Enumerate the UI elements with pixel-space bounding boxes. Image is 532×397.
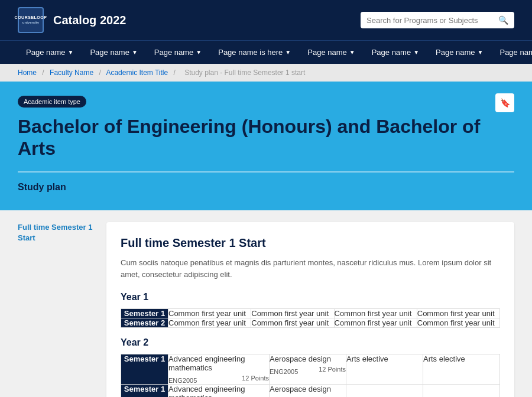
breadcrumb-separator: / — [42, 69, 44, 77]
page-title: Bachelor of Engineering (Honours) and Ba… — [18, 116, 514, 160]
breadcrumb: Home / Faculty Name / Academic Item Titl… — [0, 64, 532, 82]
breadcrumb-separator: / — [99, 69, 100, 77]
nav-item-5[interactable]: Page name ▼ — [299, 41, 363, 64]
year-2-table: Semester 1 Advanced engineering mathemat… — [121, 354, 500, 397]
unit-cell[interactable] — [423, 385, 500, 398]
unit-cell[interactable]: Common first year unit — [251, 318, 334, 328]
table-row: Semester 1 Common first year unit Common… — [121, 309, 500, 318]
unit-name: Arts elective — [346, 354, 423, 363]
unit-name: Aerospace design — [270, 354, 346, 363]
chevron-down-icon: ▼ — [68, 49, 74, 56]
unit-cell[interactable]: Advanced engineering mathematics ENG2005 — [168, 385, 270, 398]
unit-cell[interactable]: Common first year unit — [334, 318, 417, 328]
header: COURSELOOP university Catalog 2022 🔍 — [0, 0, 532, 40]
unit-cell[interactable]: Arts elective — [423, 354, 500, 385]
unit-cell[interactable]: Common first year unit — [417, 318, 499, 328]
unit-name: Advanced engineering mathematics — [168, 385, 269, 397]
unit-name: Common first year unit — [168, 318, 251, 327]
unit-name: Common first year unit — [251, 309, 333, 318]
hero-section: 🔖 Academic item type Bachelor of Enginee… — [0, 82, 532, 210]
unit-name: Common first year unit — [335, 318, 417, 327]
nav-item-2[interactable]: Page name ▼ — [82, 41, 145, 64]
logo: COURSELOOP university — [18, 7, 44, 33]
nav-item-4[interactable]: Page name is here ▼ — [210, 41, 299, 64]
semester-label: Semester 2 — [121, 318, 168, 328]
semester-label: Semester 1 — [121, 385, 168, 398]
nav-item-3[interactable]: Page name ▼ — [146, 41, 210, 64]
sidebar: Full time Semester 1 Start — [18, 222, 106, 397]
unit-name: Common first year unit — [335, 309, 417, 318]
bookmark-button[interactable]: 🔖 — [495, 93, 514, 112]
breadcrumb-item[interactable]: Academic Item Title — [106, 69, 168, 77]
logo-text: COURSELOOP university — [15, 15, 47, 25]
unit-points: 12 Points — [319, 366, 346, 375]
chevron-down-icon: ▼ — [478, 49, 484, 56]
table-row: Semester 1 Advanced engineering mathemat… — [121, 354, 500, 385]
unit-points: 12 Points — [242, 375, 269, 384]
study-plan-label: Study plan — [18, 171, 514, 193]
unit-name: Common first year unit — [417, 309, 499, 318]
table-row: Semester 1 Advanced engineering mathemat… — [121, 385, 500, 398]
breadcrumb-current: Study plan - Full time Semester 1 start — [184, 69, 305, 77]
breadcrumb-home[interactable]: Home — [18, 69, 37, 77]
breadcrumb-faculty[interactable]: Faculty Name — [50, 69, 93, 77]
unit-name: Common first year unit — [417, 318, 499, 327]
chevron-down-icon: ▼ — [132, 49, 138, 56]
unit-cell[interactable]: Arts elective — [346, 354, 423, 385]
unit-name: Advanced engineering mathematics — [168, 354, 269, 372]
unit-cell[interactable]: Aerospace design ENG2005 12 Points — [270, 385, 346, 398]
content-area: Full time Semester 1 Start Cum sociis na… — [106, 222, 514, 397]
unit-name: Common first year unit — [251, 318, 333, 327]
nav-item-1[interactable]: Page name ▼ — [18, 41, 82, 64]
unit-name: Aerospace design — [270, 385, 346, 393]
unit-cell[interactable]: Advanced engineering mathematics ENG2005… — [168, 354, 270, 385]
main-content: Full time Semester 1 Start Full time Sem… — [0, 210, 532, 397]
chevron-down-icon: ▼ — [349, 49, 355, 56]
unit-cell[interactable]: Common first year unit — [251, 309, 334, 318]
unit-cell[interactable]: Common first year unit — [334, 309, 417, 318]
search-container: 🔍 — [361, 12, 514, 28]
year-1-header: Year 1 — [121, 292, 500, 302]
semester-label: Semester 1 — [121, 309, 168, 318]
unit-cell[interactable]: Common first year unit — [417, 309, 499, 318]
content-desc: Cum sociis natoque penatibus et magnis d… — [121, 257, 500, 280]
chevron-down-icon: ▼ — [285, 49, 291, 56]
nav-item-6[interactable]: Page name ▼ — [364, 41, 427, 64]
unit-name: Arts elective — [423, 354, 499, 363]
sidebar-item-fulltime[interactable]: Full time Semester 1 Start — [18, 222, 95, 243]
logo-area: COURSELOOP university Catalog 2022 — [18, 7, 126, 33]
academic-badge: Academic item type — [18, 96, 86, 108]
unit-meta: ENG2005 12 Points — [270, 366, 346, 375]
nav-bar: Page name ▼ Page name ▼ Page name ▼ Page… — [0, 40, 532, 64]
chevron-down-icon: ▼ — [196, 49, 202, 56]
search-input[interactable] — [366, 16, 498, 25]
year-1-table: Semester 1 Common first year unit Common… — [121, 308, 500, 328]
search-button[interactable]: 🔍 — [498, 15, 508, 25]
chevron-down-icon: ▼ — [413, 49, 419, 56]
semester-label: Semester 1 — [121, 354, 168, 385]
nav-item-7[interactable]: Page name ▼ — [427, 41, 491, 64]
breadcrumb-separator: / — [173, 69, 175, 77]
unit-cell[interactable]: Common first year unit — [168, 309, 251, 318]
unit-cell[interactable]: Common first year unit — [168, 318, 251, 328]
nav-item-8[interactable]: Page name ▼ — [491, 41, 532, 64]
site-title: Catalog 2022 — [53, 14, 126, 27]
table-row: Semester 2 Common first year unit Common… — [121, 318, 500, 328]
unit-meta: ENG2005 12 Points — [168, 375, 269, 384]
unit-name: Common first year unit — [168, 309, 251, 318]
content-title: Full time Semester 1 Start — [121, 236, 500, 250]
unit-cell[interactable] — [346, 385, 423, 398]
unit-code: ENG2005 — [168, 377, 197, 384]
unit-cell[interactable]: Aerospace design ENG2005 12 Points — [270, 354, 346, 385]
year-2-header: Year 2 — [121, 337, 500, 348]
unit-code: ENG2005 — [270, 368, 298, 375]
